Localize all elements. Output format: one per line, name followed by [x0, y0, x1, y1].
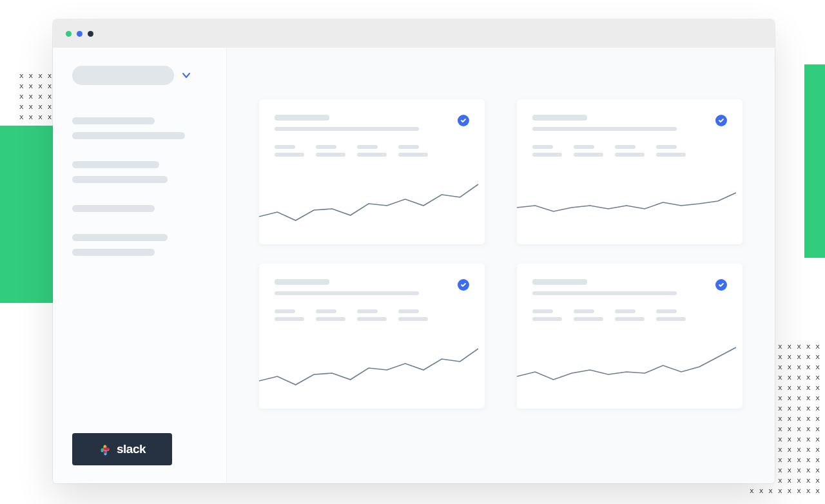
slack-label: slack [117, 442, 146, 456]
green-accent-block [0, 126, 53, 303]
metric-placeholder [574, 145, 603, 157]
chevron-down-icon [182, 71, 191, 80]
card-subtitle-placeholder [275, 127, 419, 131]
metric-placeholder [357, 309, 387, 321]
window-control-dark[interactable] [88, 31, 93, 37]
placeholder-line [72, 176, 168, 183]
metric-placeholder [316, 309, 345, 321]
metric-placeholder [656, 145, 686, 157]
metric-placeholder [398, 145, 428, 157]
metric-placeholder [275, 309, 304, 321]
placeholder-line [72, 117, 155, 124]
sidebar-item[interactable] [72, 205, 207, 212]
metric-placeholder [532, 145, 562, 157]
card-grid [259, 99, 742, 409]
sidebar-item[interactable] [72, 234, 207, 256]
metric-placeholder [275, 145, 304, 157]
metric-placeholder [615, 145, 645, 157]
placeholder-line [72, 132, 185, 139]
sparkline-chart [259, 170, 478, 244]
browser-window: slack [53, 19, 775, 483]
window-titlebar [53, 19, 775, 48]
window-control-green[interactable] [66, 31, 72, 37]
check-icon [458, 115, 469, 126]
placeholder-line [72, 249, 155, 256]
card-subtitle-placeholder [275, 291, 419, 295]
card-title-placeholder [275, 279, 329, 285]
check-icon [715, 279, 727, 291]
placeholder-line [72, 161, 159, 168]
sparkline-chart [517, 334, 736, 409]
metric-placeholder [656, 309, 686, 321]
slack-button[interactable]: slack [72, 433, 172, 465]
main-area [227, 48, 775, 483]
metric-placeholder [357, 145, 387, 157]
window-control-blue[interactable] [77, 31, 82, 37]
placeholder-line [72, 205, 155, 212]
placeholder-line [72, 234, 168, 241]
info-card[interactable] [517, 264, 742, 409]
app-content: slack [53, 48, 775, 483]
metric-placeholder [532, 309, 562, 321]
card-subtitle-placeholder [532, 127, 677, 131]
card-title-placeholder [275, 115, 329, 121]
green-accent-strip [804, 64, 825, 258]
check-icon [458, 279, 469, 291]
metric-placeholder [316, 145, 345, 157]
dropdown-selected-placeholder [72, 66, 174, 85]
sparkline-chart [517, 170, 736, 244]
info-card[interactable] [259, 99, 485, 244]
card-title-placeholder [532, 115, 587, 121]
sparkline-chart [259, 334, 478, 409]
slack-icon [99, 443, 112, 456]
info-card[interactable] [259, 264, 485, 409]
metric-placeholder [398, 309, 428, 321]
check-icon [715, 115, 727, 126]
sidebar-item[interactable] [72, 161, 207, 183]
metric-placeholder [574, 309, 603, 321]
info-card[interactable] [517, 99, 742, 244]
card-title-placeholder [532, 279, 587, 285]
metric-placeholder [615, 309, 645, 321]
sidebar-dropdown[interactable] [72, 66, 207, 85]
card-subtitle-placeholder [532, 291, 677, 295]
sidebar-item[interactable] [72, 117, 207, 139]
sidebar: slack [53, 48, 227, 483]
